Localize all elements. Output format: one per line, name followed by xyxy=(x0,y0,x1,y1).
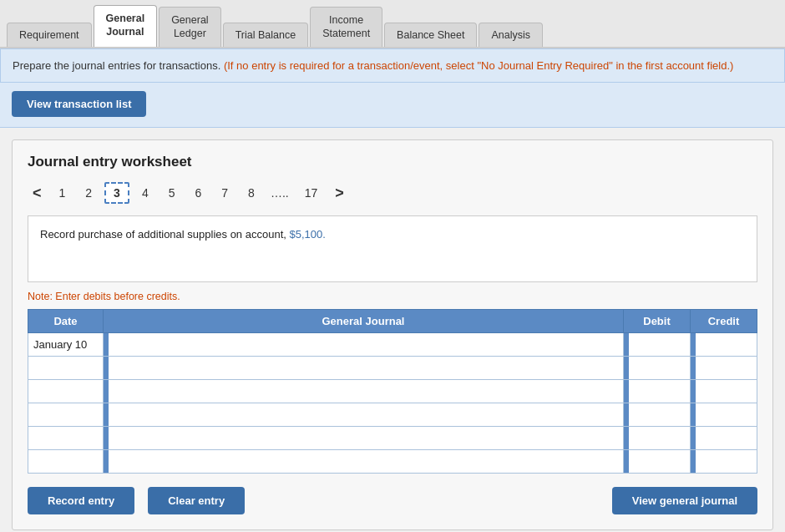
journal-cell-5[interactable] xyxy=(104,427,624,450)
journal-cell-3[interactable] xyxy=(104,380,624,403)
journal-input-4[interactable] xyxy=(104,403,623,426)
view-transaction-button[interactable]: View transaction list xyxy=(12,91,146,117)
tab-requirement[interactable]: Requirement xyxy=(7,23,92,47)
tab-general-ledger[interactable]: GeneralLedger xyxy=(159,7,220,47)
journal-table: Date General Journal Debit Credit Januar… xyxy=(28,309,757,474)
col-header-journal: General Journal xyxy=(104,310,624,333)
info-text-orange: (If no entry is required for a transacti… xyxy=(224,59,733,72)
page-6[interactable]: 6 xyxy=(188,184,210,202)
description-text: Record purchase of additional supplies o… xyxy=(40,228,289,241)
page-17[interactable]: 17 xyxy=(297,184,326,202)
credit-input-1[interactable] xyxy=(691,333,757,356)
action-buttons: Record entry Clear entry View general jo… xyxy=(28,487,757,514)
page-8[interactable]: 8 xyxy=(241,184,262,202)
prev-page-button[interactable]: < xyxy=(28,183,47,204)
info-text-plain: Prepare the journal entries for transact… xyxy=(13,59,224,72)
debit-cell-5[interactable] xyxy=(624,427,691,450)
page-dots: ….. xyxy=(267,184,292,202)
journal-input-3[interactable] xyxy=(104,380,623,403)
tabs-bar: Requirement GeneralJournal GeneralLedger… xyxy=(0,0,785,48)
date-cell-3 xyxy=(28,380,104,403)
col-header-date: Date xyxy=(28,310,104,333)
note-text: Note: Enter debits before credits. xyxy=(28,291,757,302)
debit-input-5[interactable] xyxy=(624,427,690,449)
journal-input-5[interactable] xyxy=(104,427,623,449)
page-3[interactable]: 3 xyxy=(104,182,129,204)
credit-cell-6[interactable] xyxy=(691,450,757,474)
debit-cell-4[interactable] xyxy=(624,403,691,427)
credit-input-6[interactable] xyxy=(691,450,757,473)
journal-input-2[interactable] xyxy=(104,357,623,379)
date-cell-5 xyxy=(28,427,104,450)
view-general-journal-button[interactable]: View general journal xyxy=(612,487,757,514)
credit-cell-4[interactable] xyxy=(691,403,757,427)
clear-entry-button[interactable]: Clear entry xyxy=(148,487,245,514)
description-highlight: $5,100. xyxy=(289,228,325,241)
debit-input-4[interactable] xyxy=(624,403,690,426)
table-row xyxy=(28,403,757,427)
journal-cell-2[interactable] xyxy=(104,357,624,380)
credit-cell-1[interactable] xyxy=(691,333,757,357)
credit-cell-5[interactable] xyxy=(691,427,757,450)
info-banner: Prepare the journal entries for transact… xyxy=(0,48,785,84)
journal-cell-4[interactable] xyxy=(104,403,624,427)
journal-input-1[interactable] xyxy=(104,333,623,356)
debit-input-3[interactable] xyxy=(624,380,690,403)
debit-input-2[interactable] xyxy=(624,357,690,379)
worksheet-title: Journal entry worksheet xyxy=(28,154,757,170)
table-row xyxy=(28,357,757,380)
main-content: Journal entry worksheet < 1 2 3 4 5 6 7 … xyxy=(0,128,785,532)
table-row xyxy=(28,427,757,450)
date-cell-2 xyxy=(28,357,104,380)
description-box: Record purchase of additional supplies o… xyxy=(28,215,757,282)
page-4[interactable]: 4 xyxy=(134,184,156,202)
worksheet-card: Journal entry worksheet < 1 2 3 4 5 6 7 … xyxy=(12,139,773,530)
page-2[interactable]: 2 xyxy=(78,184,99,202)
credit-cell-3[interactable] xyxy=(691,380,757,403)
journal-cell-1[interactable] xyxy=(104,333,624,357)
view-transaction-bar: View transaction list xyxy=(0,83,785,128)
page-5[interactable]: 5 xyxy=(161,184,183,202)
credit-input-2[interactable] xyxy=(691,357,757,379)
debit-cell-6[interactable] xyxy=(624,450,691,474)
journal-cell-6[interactable] xyxy=(104,450,624,474)
col-header-credit: Credit xyxy=(691,310,757,333)
page-1[interactable]: 1 xyxy=(52,184,73,202)
tab-general-journal[interactable]: GeneralJournal xyxy=(94,5,158,47)
credit-input-4[interactable] xyxy=(691,403,757,426)
record-entry-button[interactable]: Record entry xyxy=(28,487,134,514)
tab-analysis[interactable]: Analysis xyxy=(479,23,543,47)
journal-input-6[interactable] xyxy=(104,450,623,473)
tab-balance-sheet[interactable]: Balance Sheet xyxy=(384,23,477,47)
credit-input-3[interactable] xyxy=(691,380,757,403)
tab-income-statement[interactable]: IncomeStatement xyxy=(310,7,382,47)
tab-trial-balance[interactable]: Trial Balance xyxy=(223,23,309,47)
page-7[interactable]: 7 xyxy=(214,184,236,202)
next-page-button[interactable]: > xyxy=(330,183,349,204)
pagination: < 1 2 3 4 5 6 7 8 ….. 17 > xyxy=(28,182,757,204)
credit-cell-2[interactable] xyxy=(691,357,757,380)
debit-input-1[interactable] xyxy=(624,333,690,356)
debit-cell-3[interactable] xyxy=(624,380,691,403)
debit-input-6[interactable] xyxy=(624,450,690,473)
table-row: January 10 xyxy=(28,333,757,357)
debit-cell-2[interactable] xyxy=(624,357,691,380)
debit-cell-1[interactable] xyxy=(624,333,691,357)
col-header-debit: Debit xyxy=(624,310,691,333)
date-cell-4 xyxy=(28,403,104,427)
date-cell-6 xyxy=(28,450,104,474)
table-row xyxy=(28,380,757,403)
credit-input-5[interactable] xyxy=(691,427,757,449)
table-row xyxy=(28,450,757,474)
date-cell-1: January 10 xyxy=(28,333,104,357)
